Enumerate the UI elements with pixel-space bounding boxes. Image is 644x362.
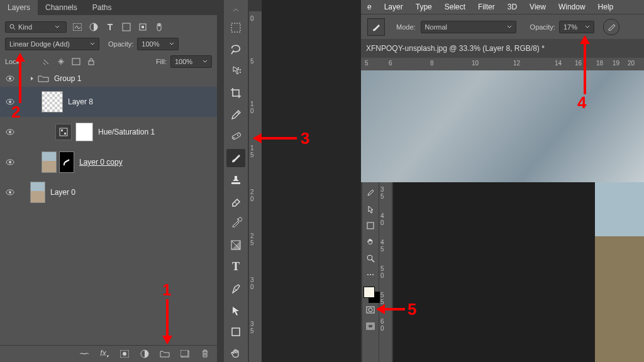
vertical-ruler: 0 5 1 0 1 5 2 0 2 5 3 0 3 5 (249, 11, 262, 362)
filter-smart-icon[interactable] (137, 21, 148, 33)
hand-tool-icon[interactable] (364, 235, 377, 249)
brush-mode-dropdown[interactable]: Normal (421, 21, 516, 33)
lock-pixels-icon[interactable] (40, 56, 52, 67)
layer-thumb[interactable] (30, 182, 45, 203)
menu-item[interactable]: Filter (472, 3, 501, 11)
layer-name: Layer 0 copy (79, 158, 123, 167)
screen-mode-icon[interactable] (364, 319, 377, 333)
visibility-icon[interactable] (5, 75, 15, 82)
annotation-arrow-3 (254, 137, 297, 140)
vertical-ruler-small: 3 5 4 0 4 5 5 0 5 5 6 0 (379, 182, 392, 362)
lasso-tool-icon[interactable] (226, 41, 245, 59)
document-tab-bar: XFNPOQY-unsplash.jpg @ 33.3% (Layer 8, R… (361, 39, 644, 58)
eyedropper-tool-icon[interactable] (226, 106, 245, 124)
menu-item[interactable]: e (361, 3, 378, 11)
pen-tool-icon[interactable] (226, 280, 245, 298)
svg-rect-4 (123, 23, 130, 31)
canvas-image-preview (595, 182, 644, 362)
layer-mask-thumb[interactable] (75, 123, 93, 141)
zoom-tool-icon[interactable] (364, 251, 377, 265)
lock-artboard-icon[interactable] (70, 56, 82, 67)
lock-transparent-icon[interactable] (25, 56, 36, 67)
filter-pixel-icon[interactable] (72, 21, 83, 33)
layer-mask-thumb[interactable] (59, 151, 74, 173)
svg-point-34 (233, 137, 235, 138)
menu-item[interactable]: Help (592, 3, 620, 11)
svg-rect-19 (61, 129, 63, 131)
quick-mask-icon[interactable] (364, 303, 377, 317)
layer-item[interactable]: Layer 8 (0, 87, 217, 117)
adjustment-icon[interactable] (55, 124, 72, 140)
link-icon[interactable] (79, 348, 90, 359)
annotation-2: 2 (11, 102, 20, 122)
stamp-tool-icon[interactable] (226, 171, 245, 189)
crop-tool-icon[interactable] (226, 84, 245, 102)
tool-handle[interactable] (226, 4, 245, 15)
layer-adjustment[interactable]: Hue/Saturation 1 (0, 117, 217, 147)
layer-group[interactable]: Group 1 (0, 70, 217, 87)
fill-dropdown[interactable]: 100% (170, 55, 212, 68)
pressure-opacity-icon[interactable] (603, 19, 619, 35)
opacity-dropdown[interactable]: 100% (137, 38, 179, 50)
rectangle-tool-icon[interactable] (226, 323, 245, 341)
lock-position-icon[interactable] (55, 56, 67, 67)
brush-opacity-label: Opacity: (530, 23, 555, 31)
layer-thumb[interactable] (42, 151, 57, 173)
brush-opacity-dropdown[interactable]: 17% (559, 21, 594, 33)
adjustment-icon[interactable] (139, 348, 150, 359)
visibility-icon[interactable] (5, 189, 15, 195)
document-canvas[interactable] (361, 70, 644, 182)
brush-tool-icon[interactable] (226, 149, 245, 167)
path-select-tool-icon[interactable] (226, 301, 245, 319)
fill-label: Fill: (156, 58, 167, 65)
tab-layers[interactable]: Layers (0, 0, 38, 15)
menu-item[interactable]: 3D (501, 3, 523, 11)
filter-adjust-icon[interactable] (88, 21, 99, 33)
group-icon[interactable] (159, 348, 170, 359)
layer-item[interactable]: Layer 0 copy (0, 147, 217, 177)
annotation-4: 4 (577, 93, 586, 112)
filter-shape-icon[interactable] (121, 21, 132, 33)
svg-point-8 (158, 24, 160, 26)
blend-mode-dropdown[interactable]: Linear Dodge (Add) (5, 38, 99, 50)
tab-paths[interactable]: Paths (85, 0, 119, 15)
menu-item[interactable]: Select (438, 3, 472, 11)
color-swatches[interactable] (364, 285, 377, 302)
rectangle-tool-icon[interactable] (364, 219, 377, 233)
mask-icon[interactable] (119, 348, 130, 359)
svg-point-17 (9, 131, 11, 133)
document-tab[interactable]: XFNPOQY-unsplash.jpg @ 33.3% (Layer 8, R… (366, 44, 545, 53)
foreground-color[interactable] (364, 287, 375, 298)
svg-point-35 (237, 134, 238, 136)
filter-type-icon[interactable]: T (104, 21, 116, 33)
path-select-tool-icon[interactable] (364, 202, 377, 216)
eraser-tool-icon[interactable] (226, 193, 245, 211)
layer-item[interactable]: Layer 0 (0, 177, 217, 207)
brush-mode-value: Normal (425, 23, 447, 31)
trash-icon[interactable] (199, 348, 211, 359)
tools-panel-small (362, 182, 379, 362)
fx-icon[interactable]: fx▾ (99, 348, 110, 359)
menu-item[interactable]: Type (409, 3, 438, 11)
quick-select-tool-icon[interactable] (226, 62, 245, 80)
visibility-icon[interactable] (5, 129, 15, 135)
layer-thumb[interactable] (42, 91, 63, 112)
menu-item[interactable]: Layer (378, 3, 409, 11)
lock-all-icon[interactable] (86, 56, 97, 67)
type-tool-icon[interactable]: T (226, 258, 245, 276)
new-layer-icon[interactable] (179, 348, 191, 359)
marquee-tool-icon[interactable] (226, 19, 245, 37)
menu-item[interactable]: Window (552, 3, 592, 11)
healing-tool-icon[interactable] (226, 128, 245, 146)
filter-toggle-icon[interactable] (153, 21, 165, 33)
gradient-tool-icon[interactable] (226, 236, 245, 255)
hand-tool-icon[interactable] (226, 344, 245, 362)
current-tool-icon[interactable] (367, 18, 385, 36)
layer-filter-kind[interactable]: Kind (5, 21, 67, 33)
history-brush-tool-icon[interactable] (226, 214, 245, 233)
visibility-icon[interactable] (5, 159, 15, 165)
tab-channels[interactable]: Channels (38, 0, 85, 15)
eyedropper-tool-icon[interactable] (364, 186, 377, 200)
menu-item[interactable]: View (523, 3, 552, 11)
edit-toolbar-icon[interactable] (364, 268, 377, 282)
